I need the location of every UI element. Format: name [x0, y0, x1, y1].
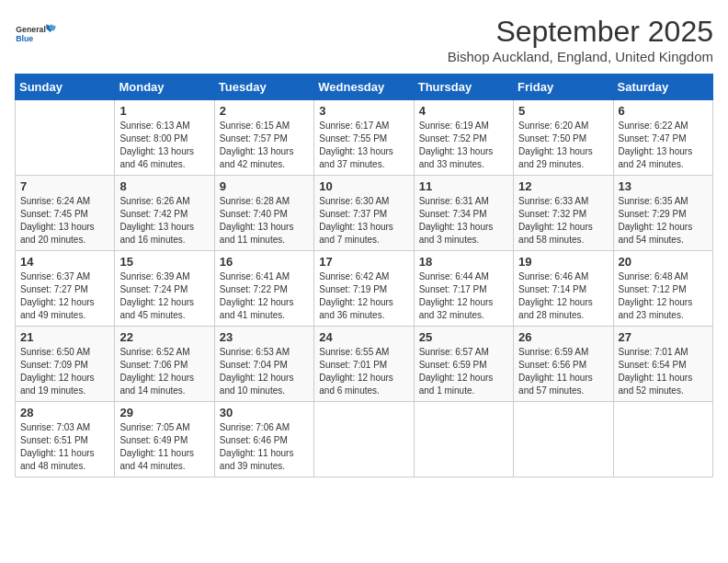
day-info: Sunrise: 6:31 AM Sunset: 7:34 PM Dayligh… [419, 195, 508, 247]
day-number: 25 [419, 330, 508, 344]
calendar-cell: 11 Sunrise: 6:31 AM Sunset: 7:34 PM Dayl… [414, 176, 513, 251]
day-info: Sunrise: 6:41 AM Sunset: 7:22 PM Dayligh… [220, 270, 309, 322]
day-info: Sunrise: 6:22 AM Sunset: 7:47 PM Dayligh… [619, 120, 708, 171]
svg-text:Blue: Blue [16, 34, 33, 43]
calendar-week-row: 21 Sunrise: 6:50 AM Sunset: 7:09 PM Dayl… [16, 327, 713, 402]
calendar-cell: 24 Sunrise: 6:55 AM Sunset: 7:01 PM Dayl… [314, 327, 414, 402]
calendar-cell: 5 Sunrise: 6:20 AM Sunset: 7:50 PM Dayli… [514, 100, 613, 176]
day-info: Sunrise: 7:06 AM Sunset: 6:46 PM Dayligh… [220, 421, 309, 473]
day-number: 2 [220, 104, 309, 118]
calendar-cell [613, 402, 712, 477]
day-info: Sunrise: 6:52 AM Sunset: 7:06 PM Dayligh… [119, 346, 209, 397]
calendar-day-header: Sunday [16, 75, 115, 100]
day-number: 12 [518, 179, 608, 193]
day-number: 5 [518, 104, 608, 118]
day-number: 30 [220, 406, 309, 419]
day-number: 22 [119, 330, 209, 344]
day-info: Sunrise: 6:44 AM Sunset: 7:17 PM Dayligh… [419, 270, 508, 322]
day-info: Sunrise: 6:33 AM Sunset: 7:32 PM Dayligh… [518, 195, 608, 247]
calendar-day-header: Thursday [414, 75, 513, 100]
calendar-cell: 1 Sunrise: 6:13 AM Sunset: 8:00 PM Dayli… [115, 100, 214, 176]
calendar-header-row: SundayMondayTuesdayWednesdayThursdayFrid… [16, 75, 713, 100]
calendar-cell: 13 Sunrise: 6:35 AM Sunset: 7:29 PM Dayl… [613, 176, 712, 251]
calendar-cell: 22 Sunrise: 6:52 AM Sunset: 7:06 PM Dayl… [115, 327, 214, 402]
day-number: 9 [220, 179, 309, 193]
day-info: Sunrise: 6:37 AM Sunset: 7:27 PM Dayligh… [20, 270, 109, 322]
calendar-cell: 10 Sunrise: 6:30 AM Sunset: 7:37 PM Dayl… [314, 176, 414, 251]
calendar-week-row: 1 Sunrise: 6:13 AM Sunset: 8:00 PM Dayli… [16, 100, 713, 176]
day-info: Sunrise: 6:26 AM Sunset: 7:42 PM Dayligh… [119, 195, 209, 247]
calendar-cell [514, 402, 613, 477]
calendar-cell: 27 Sunrise: 7:01 AM Sunset: 6:54 PM Dayl… [613, 327, 712, 402]
day-number: 27 [619, 330, 708, 344]
calendar-cell: 8 Sunrise: 6:26 AM Sunset: 7:42 PM Dayli… [115, 176, 214, 251]
calendar-cell: 16 Sunrise: 6:41 AM Sunset: 7:22 PM Dayl… [214, 251, 313, 327]
day-number: 3 [319, 104, 408, 118]
day-info: Sunrise: 6:28 AM Sunset: 7:40 PM Dayligh… [220, 195, 309, 247]
day-info: Sunrise: 7:05 AM Sunset: 6:49 PM Dayligh… [119, 421, 209, 473]
day-number: 13 [619, 179, 708, 193]
calendar-cell: 4 Sunrise: 6:19 AM Sunset: 7:52 PM Dayli… [414, 100, 513, 176]
calendar-week-row: 28 Sunrise: 7:03 AM Sunset: 6:51 PM Dayl… [16, 402, 713, 477]
svg-text:General: General [16, 25, 46, 34]
calendar-cell: 28 Sunrise: 7:03 AM Sunset: 6:51 PM Dayl… [16, 402, 115, 477]
day-info: Sunrise: 6:19 AM Sunset: 7:52 PM Dayligh… [419, 120, 508, 171]
calendar-cell: 21 Sunrise: 6:50 AM Sunset: 7:09 PM Dayl… [16, 327, 115, 402]
day-number: 17 [319, 255, 408, 269]
day-number: 14 [20, 255, 109, 269]
calendar-cell: 25 Sunrise: 6:57 AM Sunset: 6:59 PM Dayl… [414, 327, 513, 402]
calendar-cell: 15 Sunrise: 6:39 AM Sunset: 7:24 PM Dayl… [115, 251, 214, 327]
calendar-cell: 26 Sunrise: 6:59 AM Sunset: 6:56 PM Dayl… [514, 327, 613, 402]
calendar-day-header: Friday [514, 75, 613, 100]
calendar-cell [414, 402, 513, 477]
day-number: 6 [619, 104, 708, 118]
day-info: Sunrise: 6:15 AM Sunset: 7:57 PM Dayligh… [220, 120, 309, 171]
title-block: September 2025 Bishop Auckland, England,… [448, 15, 713, 64]
logo: General Blue [15, 15, 61, 56]
calendar-cell [16, 100, 115, 176]
calendar-cell: 19 Sunrise: 6:46 AM Sunset: 7:14 PM Dayl… [514, 251, 613, 327]
calendar-day-header: Monday [115, 75, 214, 100]
calendar-week-row: 7 Sunrise: 6:24 AM Sunset: 7:45 PM Dayli… [16, 176, 713, 251]
location: Bishop Auckland, England, United Kingdom [448, 49, 713, 64]
calendar-week-row: 14 Sunrise: 6:37 AM Sunset: 7:27 PM Dayl… [16, 251, 713, 327]
calendar-cell: 7 Sunrise: 6:24 AM Sunset: 7:45 PM Dayli… [16, 176, 115, 251]
day-info: Sunrise: 6:48 AM Sunset: 7:12 PM Dayligh… [619, 270, 708, 322]
day-number: 8 [119, 179, 209, 193]
calendar-cell: 12 Sunrise: 6:33 AM Sunset: 7:32 PM Dayl… [514, 176, 613, 251]
day-number: 16 [220, 255, 309, 269]
calendar-cell: 6 Sunrise: 6:22 AM Sunset: 7:47 PM Dayli… [613, 100, 712, 176]
day-info: Sunrise: 6:17 AM Sunset: 7:55 PM Dayligh… [319, 120, 408, 171]
day-number: 24 [319, 330, 408, 344]
day-number: 7 [20, 179, 109, 193]
day-info: Sunrise: 6:55 AM Sunset: 7:01 PM Dayligh… [319, 346, 408, 397]
calendar-day-header: Saturday [613, 75, 712, 100]
calendar-cell: 3 Sunrise: 6:17 AM Sunset: 7:55 PM Dayli… [314, 100, 414, 176]
day-number: 29 [119, 406, 209, 419]
calendar-cell: 2 Sunrise: 6:15 AM Sunset: 7:57 PM Dayli… [214, 100, 313, 176]
month-title: September 2025 [448, 15, 713, 49]
calendar-cell: 14 Sunrise: 6:37 AM Sunset: 7:27 PM Dayl… [16, 251, 115, 327]
day-number: 20 [619, 255, 708, 269]
day-info: Sunrise: 6:50 AM Sunset: 7:09 PM Dayligh… [20, 346, 109, 397]
calendar-day-header: Wednesday [314, 75, 414, 100]
calendar-cell: 17 Sunrise: 6:42 AM Sunset: 7:19 PM Dayl… [314, 251, 414, 327]
day-info: Sunrise: 6:24 AM Sunset: 7:45 PM Dayligh… [20, 195, 109, 247]
day-info: Sunrise: 6:57 AM Sunset: 6:59 PM Dayligh… [419, 346, 508, 397]
day-number: 18 [419, 255, 508, 269]
calendar-cell [314, 402, 414, 477]
day-info: Sunrise: 6:59 AM Sunset: 6:56 PM Dayligh… [518, 346, 608, 397]
day-number: 26 [518, 330, 608, 344]
day-number: 11 [419, 179, 508, 193]
day-info: Sunrise: 6:30 AM Sunset: 7:37 PM Dayligh… [319, 195, 408, 247]
day-number: 21 [20, 330, 109, 344]
logo-svg: General Blue [15, 15, 61, 56]
day-info: Sunrise: 7:03 AM Sunset: 6:51 PM Dayligh… [20, 421, 109, 473]
day-number: 10 [319, 179, 408, 193]
day-number: 4 [419, 104, 508, 118]
day-number: 1 [119, 104, 209, 118]
calendar-cell: 29 Sunrise: 7:05 AM Sunset: 6:49 PM Dayl… [115, 402, 214, 477]
calendar-day-header: Tuesday [214, 75, 313, 100]
calendar-cell: 30 Sunrise: 7:06 AM Sunset: 6:46 PM Dayl… [214, 402, 313, 477]
day-info: Sunrise: 6:20 AM Sunset: 7:50 PM Dayligh… [518, 120, 608, 171]
